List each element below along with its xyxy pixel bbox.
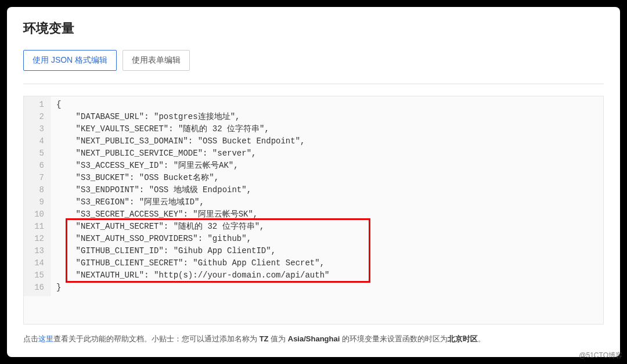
code-line[interactable]: "S3_REGION": "阿里云地域ID",	[56, 196, 329, 208]
footer-tz-value: Asia/Shanghai	[288, 334, 340, 343]
code-line[interactable]: "S3_ACCESS_KEY_ID": "阿里云帐号AK",	[56, 160, 329, 172]
help-doc-link[interactable]: 这里	[38, 334, 53, 343]
line-number: 5	[24, 147, 44, 160]
line-number: 11	[24, 221, 44, 233]
line-number-gutter: 12345678910111213141516	[24, 96, 51, 296]
footer-tz-key: TZ	[260, 334, 269, 343]
line-number: 3	[24, 123, 44, 135]
code-line[interactable]: "NEXT_PUBLIC_S3_DOMAIN": "OSS Bucket End…	[56, 135, 329, 147]
line-number: 9	[24, 196, 44, 208]
code-line[interactable]: "NEXTAUTH_URL": "http(s)://your-domain.c…	[56, 269, 329, 282]
footer-mid2: 值为	[269, 334, 288, 343]
tab-form-edit[interactable]: 使用表单编辑	[122, 50, 190, 71]
line-number: 13	[24, 245, 44, 257]
line-number: 4	[24, 135, 44, 147]
line-number: 15	[24, 269, 44, 282]
code-line[interactable]: "NEXT_PUBLIC_SERVICE_MODE": "server",	[56, 147, 329, 160]
code-line[interactable]: {	[56, 99, 329, 111]
code-line[interactable]: "NEXT_AUTH_SECRET": "随机的 32 位字符串",	[56, 221, 329, 233]
line-number: 1	[24, 99, 44, 111]
code-line[interactable]: "S3_SECRET_ACCESS_KEY": "阿里云帐号SK",	[56, 208, 329, 221]
code-line[interactable]: "GITHUB_CLIENT_ID": "Gihub App ClientID"…	[56, 245, 329, 257]
line-number: 10	[24, 208, 44, 221]
line-number: 14	[24, 257, 44, 269]
line-number: 16	[24, 282, 44, 294]
code-line[interactable]: "KEY_VAULTS_SECRET": "随机的 32 位字符串",	[56, 123, 329, 135]
footer-mid3: 的环境变量来设置函数的时区为	[340, 334, 448, 343]
env-vars-panel: 环境变量 使用 JSON 格式编辑 使用表单编辑 123456789101112…	[7, 7, 620, 357]
page-title: 环境变量	[23, 20, 604, 37]
code-content[interactable]: { "DATABASE_URL": "postgres连接地址", "KEY_V…	[51, 96, 329, 296]
code-line[interactable]: }	[56, 282, 329, 294]
json-code-editor[interactable]: 12345678910111213141516 { "DATABASE_URL"…	[23, 96, 604, 325]
footer-mid1: 查看关于此功能的帮助文档。小贴士：您可以通过添加名称为	[53, 334, 260, 343]
line-number: 8	[24, 184, 44, 196]
tab-json-edit[interactable]: 使用 JSON 格式编辑	[23, 50, 117, 71]
code-line[interactable]: "S3_BUCKET": "OSS Bucket名称",	[56, 172, 329, 184]
code-line[interactable]: "S3_ENDPOINT": "OSS 地域级 Endpoint",	[56, 184, 329, 196]
edit-mode-tabs: 使用 JSON 格式编辑 使用表单编辑	[23, 50, 604, 84]
code-line[interactable]: "GITHUB_CLIENT_SECRET": "Github App Clie…	[56, 257, 329, 269]
footer-pre: 点击	[23, 334, 38, 343]
watermark: @51CTO博客	[579, 351, 622, 361]
footer-tz-result: 北京时区	[448, 334, 478, 343]
line-number: 2	[24, 111, 44, 123]
footer-end: 。	[478, 334, 485, 343]
code-line[interactable]: "NEXT_AUTH_SSO_PROVIDERS": "github",	[56, 233, 329, 245]
line-number: 12	[24, 233, 44, 245]
footer-help-text: 点击这里查看关于此功能的帮助文档。小贴士：您可以通过添加名称为 TZ 值为 As…	[23, 334, 604, 344]
line-number: 6	[24, 160, 44, 172]
line-number: 7	[24, 172, 44, 184]
code-line[interactable]: "DATABASE_URL": "postgres连接地址",	[56, 111, 329, 123]
